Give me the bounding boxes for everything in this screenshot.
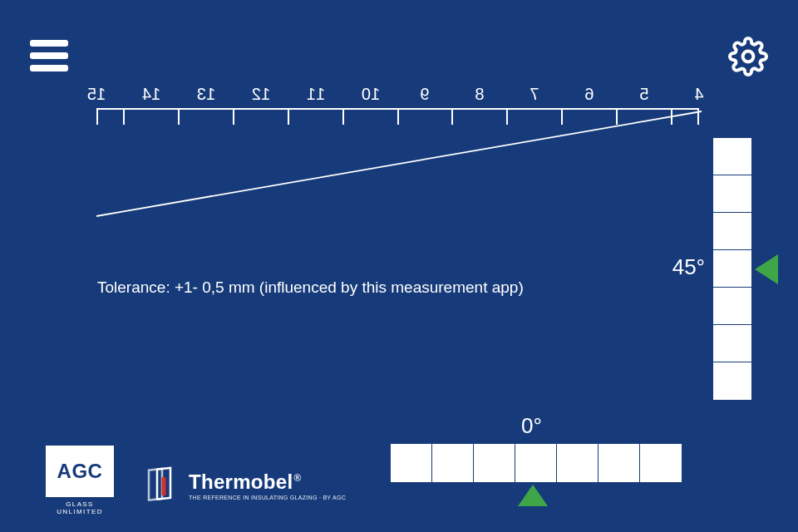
thermobel-logo: Thermobel® THE REFERENCE IN INSULATING G… xyxy=(145,466,346,505)
scale-cell xyxy=(713,325,751,362)
ruler-tick xyxy=(233,110,234,125)
settings-button[interactable] xyxy=(728,37,768,80)
horizontal-scale xyxy=(391,444,682,482)
tolerance-text: Tolerance: +1- 0,5 mm (influenced by thi… xyxy=(97,278,524,297)
ruler-label: 14 xyxy=(142,85,160,104)
ruler-tick xyxy=(451,110,453,125)
ruler-label: 13 xyxy=(197,85,215,104)
vertical-angle-value: 45° xyxy=(672,254,705,280)
ruler-tick xyxy=(123,110,125,125)
top-ruler: 151413121110987654 xyxy=(96,108,699,138)
svg-rect-2 xyxy=(149,469,162,500)
ruler-tick xyxy=(616,110,618,125)
scale-cell xyxy=(557,444,598,482)
menu-bar-icon xyxy=(30,40,68,47)
menu-button[interactable] xyxy=(30,40,68,71)
thermobel-icon xyxy=(145,466,179,505)
scale-cell xyxy=(713,288,751,325)
scale-cell xyxy=(598,444,640,482)
thermobel-text: Thermobel® THE REFERENCE IN INSULATING G… xyxy=(189,470,346,500)
agc-logo-text: AGC xyxy=(57,460,103,483)
scale-cell xyxy=(713,362,751,400)
ruler-label: 4 xyxy=(694,85,703,104)
scale-cell xyxy=(474,444,515,482)
scale-cell xyxy=(391,444,432,482)
ruler-tick xyxy=(178,110,180,125)
ruler-label: 5 xyxy=(640,85,649,104)
menu-bar-icon xyxy=(30,52,68,59)
ruler-tick xyxy=(561,110,563,125)
scale-cell xyxy=(713,250,751,288)
ruler-tick xyxy=(96,110,98,125)
horizontal-angle-value: 0° xyxy=(521,413,542,439)
scale-cell xyxy=(713,213,751,250)
ruler-label: 7 xyxy=(530,85,539,104)
ruler-label: 11 xyxy=(307,85,325,104)
agc-logo: AGC GLASS UNLIMITED xyxy=(46,446,114,515)
scale-cell xyxy=(713,175,751,213)
ruler-label: 8 xyxy=(475,85,485,104)
gear-icon xyxy=(728,37,768,76)
menu-bar-icon xyxy=(30,65,68,71)
vertical-scale xyxy=(713,138,751,400)
ruler-label: 15 xyxy=(87,85,106,104)
ruler-tick xyxy=(288,110,289,125)
scale-cell xyxy=(515,444,557,482)
ruler-label: 6 xyxy=(585,85,594,104)
vertical-indicator-arrow[interactable] xyxy=(755,254,778,284)
ruler-tick xyxy=(506,110,508,125)
thermobel-tag: THE REFERENCE IN INSULATING GLAZING · BY… xyxy=(189,495,346,500)
horizontal-indicator-arrow[interactable] xyxy=(518,485,548,506)
ruler-tick xyxy=(342,110,344,125)
agc-logo-sub: GLASS UNLIMITED xyxy=(46,500,114,515)
ruler-tick xyxy=(671,110,672,125)
ruler-label: 10 xyxy=(361,85,379,104)
registered-icon: ® xyxy=(293,472,301,484)
svg-point-0 xyxy=(743,52,754,62)
scale-cell xyxy=(432,444,474,482)
ruler-tick xyxy=(397,110,399,125)
ruler-label: 12 xyxy=(252,85,270,104)
scale-cell xyxy=(640,444,682,482)
thermobel-brand: Thermobel xyxy=(189,470,293,493)
scale-cell xyxy=(713,138,751,175)
agc-logo-box: AGC xyxy=(46,446,114,497)
ruler-label: 9 xyxy=(421,85,430,104)
ruler-tick xyxy=(697,110,699,125)
